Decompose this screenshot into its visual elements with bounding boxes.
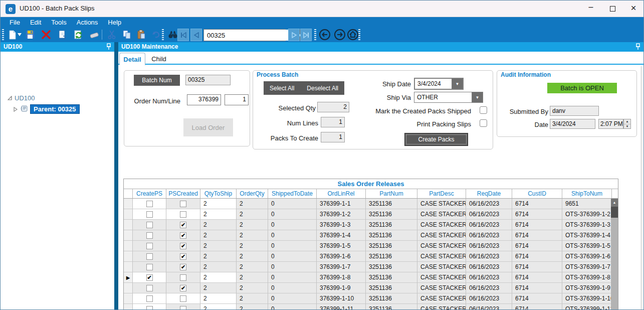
pin-icon[interactable] (106, 43, 111, 53)
createps-checkbox[interactable] (146, 243, 153, 249)
pscreated-checkbox[interactable] (180, 295, 186, 302)
table-row[interactable]: ✔220376399-1-93251136CASE STACKER06/16/2… (124, 283, 618, 293)
deselect-all-button[interactable]: Deselect All (307, 85, 338, 92)
menu-edit[interactable]: Edit (27, 19, 44, 26)
createps-checkbox[interactable] (146, 306, 153, 310)
tree-node-parent[interactable]: Parent: 00325 (14, 104, 80, 114)
toolbar-grip[interactable] (314, 29, 316, 40)
spinner-down-icon[interactable]: ▼ (624, 124, 630, 129)
table-row[interactable]: 220376399-1-103251136CASE STACKER06/16/2… (124, 293, 618, 304)
pscreated-checkbox[interactable]: ✔ (180, 264, 186, 270)
column-header-ordlinrel[interactable]: OrdLinRel (317, 189, 366, 198)
createps-checkbox[interactable] (146, 253, 153, 260)
pscreated-checkbox[interactable] (180, 274, 186, 281)
next-record-button[interactable] (288, 29, 300, 41)
row-selector[interactable] (124, 304, 133, 310)
table-row[interactable]: 220376399-1-13251136CASE STACKER06/16/20… (124, 199, 618, 209)
last-record-button[interactable] (300, 29, 312, 41)
createps-cell[interactable] (133, 304, 166, 310)
qtytoship-cell[interactable]: 2 (200, 304, 237, 310)
table-row[interactable]: ▶✔220376399-1-83251136CASE STACKER06/16/… (124, 272, 618, 283)
row-selector[interactable] (124, 293, 133, 304)
pscreated-cell[interactable]: ✔ (166, 262, 200, 272)
qtytoship-cell[interactable]: 2 (200, 272, 237, 283)
pscreated-cell[interactable]: ✔ (166, 251, 200, 262)
pscreated-cell[interactable]: ✔ (166, 230, 200, 241)
row-selector[interactable] (124, 241, 133, 251)
forward-button[interactable] (333, 28, 346, 41)
time-spinner[interactable]: ▲ ▼ (623, 119, 631, 129)
createps-cell[interactable] (133, 293, 166, 304)
createps-cell[interactable] (133, 283, 166, 293)
panel-splitter[interactable] (114, 42, 118, 309)
clear-button[interactable] (88, 29, 101, 41)
pscreated-checkbox[interactable]: ✔ (180, 232, 186, 239)
chevron-down-icon[interactable]: ▼ (452, 79, 463, 89)
order-line-field[interactable]: 1 (225, 94, 249, 105)
table-row[interactable]: 220376399-1-23251136CASE STACKER06/16/20… (124, 209, 618, 220)
menu-help[interactable]: Help (105, 19, 124, 26)
row-selector[interactable] (124, 209, 133, 220)
pscreated-checkbox[interactable]: ✔ (180, 285, 186, 291)
createps-cell[interactable] (133, 209, 166, 220)
tree-root-node[interactable]: UD100 (8, 94, 35, 102)
pscreated-cell[interactable] (166, 293, 200, 304)
ship-date-combo[interactable]: 3/4/2024 ▼ (414, 78, 464, 90)
column-header-custid[interactable]: CustID (512, 189, 562, 198)
minimize-button[interactable]: – (581, 1, 601, 17)
createps-cell[interactable] (133, 220, 166, 230)
column-header-shippedtodate[interactable]: ShippedToDate (268, 189, 317, 198)
table-row[interactable]: ✔220376399-1-63251136CASE STACKER06/16/2… (124, 251, 618, 262)
tree-selected-node-label[interactable]: Parent: 00325 (30, 104, 80, 114)
table-row[interactable]: 220376399-1-113251136CASE STACKER06/16/2… (124, 304, 618, 310)
createps-cell[interactable]: ✔ (133, 272, 166, 283)
scroll-up-icon[interactable]: ▲ (611, 199, 618, 207)
column-header-partdesc[interactable]: PartDesc (417, 189, 466, 198)
select-all-button[interactable]: Select All (270, 85, 294, 92)
toolbar-grip[interactable] (2, 29, 4, 40)
pscreated-checkbox[interactable] (180, 201, 186, 207)
new-dropdown-icon[interactable] (17, 29, 23, 41)
column-header-createps[interactable]: CreatePS (133, 189, 166, 198)
batch-num-button[interactable]: Batch Num (134, 75, 180, 86)
ship-via-combo[interactable]: OTHER ▼ (414, 92, 483, 103)
record-input[interactable] (204, 30, 298, 41)
column-header-shiptonum[interactable]: ShipToNum (562, 189, 612, 198)
createps-checkbox[interactable] (146, 264, 153, 270)
refresh-button[interactable] (72, 29, 85, 41)
table-row[interactable]: ✔220376399-1-33251136CASE STACKER06/16/2… (124, 220, 618, 230)
tab-detail[interactable]: Detail (119, 53, 145, 65)
table-row[interactable]: ✔220376399-1-73251136CASE STACKER06/16/2… (124, 262, 618, 272)
toolbar-grip[interactable] (358, 29, 360, 40)
qtytoship-cell[interactable]: 2 (200, 293, 237, 304)
pscreated-checkbox[interactable]: ✔ (180, 222, 186, 228)
first-record-button[interactable] (177, 29, 189, 41)
toolbar-grip[interactable] (162, 29, 164, 40)
pscreated-cell[interactable] (166, 209, 200, 220)
column-header-orderqty[interactable]: OrderQty (237, 189, 268, 198)
pscreated-cell[interactable]: ✔ (166, 283, 200, 293)
spinner-up-icon[interactable]: ▲ (624, 119, 630, 124)
menu-tools[interactable]: Tools (48, 19, 69, 26)
menu-file[interactable]: File (7, 19, 23, 26)
pscreated-checkbox[interactable] (180, 306, 186, 310)
pscreated-checkbox[interactable]: ✔ (180, 243, 186, 249)
batch-num-field[interactable]: 00325 (185, 75, 231, 85)
create-packs-button[interactable]: Create Packs (404, 133, 468, 146)
createps-cell[interactable] (133, 241, 166, 251)
expand-triangle-icon[interactable] (14, 107, 18, 112)
scrollbar-thumb[interactable] (611, 207, 618, 218)
table-row[interactable]: ✔220376399-1-43251136CASE STACKER06/16/2… (124, 230, 618, 241)
grid-vertical-scrollbar[interactable]: ▲ (611, 199, 618, 310)
previous-record-button[interactable] (190, 29, 202, 41)
chevron-down-icon[interactable]: ▼ (472, 92, 483, 102)
table-row[interactable]: ✔220376399-1-53251136CASE STACKER06/16/2… (124, 241, 618, 251)
close-button[interactable]: × (623, 1, 643, 17)
undo-button[interactable] (149, 29, 162, 41)
column-header-qtytoship[interactable]: QtyToShip (200, 189, 237, 198)
row-selector[interactable] (124, 262, 133, 272)
createps-cell[interactable] (133, 199, 166, 209)
collapse-triangle-icon[interactable] (8, 96, 12, 100)
row-selector[interactable] (124, 230, 133, 241)
save-button[interactable] (24, 29, 37, 41)
